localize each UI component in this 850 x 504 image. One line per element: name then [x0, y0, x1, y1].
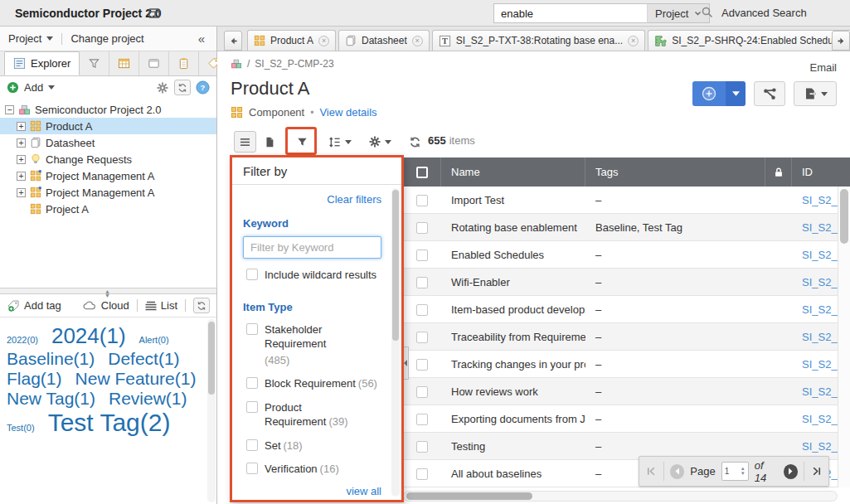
panel-splitter[interactable]: ▲▼: [0, 288, 216, 294]
column-header-id[interactable]: ID: [792, 158, 838, 187]
row-checkbox[interactable]: [416, 414, 428, 425]
relationships-button[interactable]: [754, 81, 785, 106]
row-checkbox[interactable]: [416, 468, 428, 480]
tag-cloud-item[interactable]: Flag(1): [7, 369, 62, 389]
table-row[interactable]: Wifi-Enabler–SI_S2_: [403, 269, 838, 296]
row-id-link[interactable]: SI_S2_: [802, 221, 838, 234]
row-checkbox[interactable]: [416, 195, 428, 206]
tab-filters[interactable]: [80, 51, 109, 75]
tab-si-s2-p-shrq-24-enabled-schedu[interactable]: SI_S2_P-SHRQ-24:Enabled Schedule...×: [648, 30, 850, 51]
tree-item[interactable]: +Datasheet: [0, 134, 216, 151]
table-row[interactable]: Enabled Schedules–SI_S2_: [403, 241, 838, 269]
filter-option[interactable]: Verification(16): [246, 462, 381, 477]
add-button[interactable]: Add: [7, 81, 55, 94]
row-checkbox[interactable]: [416, 250, 428, 261]
add-item-caret[interactable]: [726, 81, 746, 106]
table-row[interactable]: Import Test–SI_S2_: [403, 187, 838, 214]
tag-cloud-item[interactable]: Test Tag(2): [48, 409, 171, 438]
breadcrumb-item-id[interactable]: SI_S2_P-CMP-23: [255, 58, 333, 70]
checkbox[interactable]: [246, 323, 258, 335]
tab-product-a[interactable]: Product A×: [247, 30, 336, 51]
row-checkbox[interactable]: [416, 441, 428, 453]
table-row[interactable]: Rotating base enablementBaseline, Test T…: [403, 214, 838, 241]
view-details-link[interactable]: View details: [319, 106, 376, 119]
checkbox[interactable]: [246, 439, 258, 451]
filter-option[interactable]: Product Requirement(39): [246, 400, 381, 429]
export-button[interactable]: [794, 81, 837, 106]
row-id-link[interactable]: SI_S2_: [802, 303, 838, 316]
search-icon[interactable]: [701, 6, 714, 19]
close-icon[interactable]: ×: [318, 36, 329, 46]
tree-item[interactable]: +Project Management A: [0, 184, 216, 201]
refresh-list-button[interactable]: [405, 131, 425, 153]
view-all-link[interactable]: view all: [243, 485, 381, 497]
spinner-arrows-icon[interactable]: ▲▼: [741, 467, 746, 476]
tree-toggle-icon[interactable]: +: [17, 155, 26, 164]
scroll-tabs-right-button[interactable]: [832, 31, 850, 51]
row-id-link[interactable]: SI_S2_: [802, 413, 838, 425]
tag-cloud-item[interactable]: 2024(1): [51, 324, 126, 349]
column-header-lock[interactable]: [765, 158, 792, 187]
row-id-link[interactable]: SI_S2_: [802, 276, 838, 288]
checkbox[interactable]: [246, 401, 258, 413]
column-header-name[interactable]: Name: [441, 158, 585, 187]
settings-button[interactable]: [363, 131, 396, 153]
tag-cloud-item[interactable]: 2022(0): [7, 335, 38, 346]
tag-cloud-item[interactable]: Alert(0): [139, 335, 169, 346]
list-view-toggle[interactable]: [234, 131, 256, 153]
scrollbar-thumb[interactable]: [840, 189, 848, 244]
row-checkbox[interactable]: [416, 277, 428, 288]
filter-option[interactable]: Stakeholder Requirement(485): [246, 322, 381, 368]
tag-cloud-item[interactable]: Review(1): [109, 389, 187, 409]
tree-item[interactable]: +Change Requests: [0, 151, 216, 167]
tree-toggle-icon[interactable]: +: [17, 188, 26, 197]
row-checkbox[interactable]: [416, 304, 428, 316]
row-checkbox[interactable]: [416, 222, 428, 234]
help-icon[interactable]: ?: [196, 80, 210, 94]
row-id-link[interactable]: SI_S2_: [802, 440, 838, 453]
filter-option[interactable]: Set(18): [246, 439, 381, 453]
tree-toggle-icon[interactable]: +: [17, 122, 26, 131]
tag-cloud-item[interactable]: Baseline(1): [7, 349, 95, 369]
tag-cloud-item[interactable]: New Tag(1): [7, 389, 95, 409]
filter-scrollbar[interactable]: [391, 188, 400, 497]
tree-toggle-icon[interactable]: +: [17, 172, 26, 181]
add-tag-button[interactable]: Add tag: [7, 299, 61, 313]
scrollbar-thumb[interactable]: [208, 322, 215, 395]
clear-filters-link[interactable]: Clear filters: [243, 193, 381, 206]
row-id-link[interactable]: SI_S2_: [802, 249, 838, 261]
row-id-link[interactable]: SI_S2_: [802, 385, 838, 398]
tab-explorer[interactable]: Explorer: [4, 51, 80, 75]
search-input[interactable]: [493, 3, 648, 23]
row-id-link[interactable]: SI_S2_: [802, 194, 838, 206]
checkbox[interactable]: [246, 377, 258, 389]
collapse-sidebar-button[interactable]: «: [198, 32, 208, 46]
table-row[interactable]: Exporting documents from Ja...–SI_S2_: [403, 405, 838, 433]
close-icon[interactable]: ×: [412, 36, 423, 46]
tree-toggle-icon[interactable]: +: [17, 138, 26, 148]
first-page-button[interactable]: [645, 465, 658, 477]
sort-button[interactable]: [323, 131, 357, 153]
previous-page-button[interactable]: [670, 464, 684, 479]
page-number-value[interactable]: 1: [725, 467, 741, 476]
wildcard-checkbox-row[interactable]: Include wildcard results: [246, 268, 381, 283]
tab-si-s2-p-txt-38-rotating-base-e[interactable]: TSI_S2_P-TXT-38:Rotating base ena...×: [432, 30, 645, 51]
cloud-view-button[interactable]: Cloud: [82, 299, 129, 312]
scrollbar-thumb[interactable]: [392, 190, 399, 341]
filter-option[interactable]: Block Requirement(56): [246, 376, 381, 391]
grid-vertical-scrollbar[interactable]: [838, 187, 850, 487]
table-row[interactable]: How reviews work–SI_S2_: [403, 378, 838, 405]
gear-icon[interactable]: [156, 81, 169, 94]
row-checkbox[interactable]: [416, 332, 428, 343]
tag-cloud-item[interactable]: New Feature(1): [75, 369, 197, 389]
tab-clipboard[interactable]: [169, 51, 199, 75]
change-project-link[interactable]: Change project: [70, 32, 143, 45]
email-link[interactable]: Email: [809, 61, 837, 74]
scrollbar-thumb[interactable]: [406, 492, 532, 500]
tab-window[interactable]: [139, 51, 169, 75]
table-row[interactable]: Item-based product developm...–SI_S2_: [403, 296, 838, 323]
column-header-tags[interactable]: Tags: [585, 158, 765, 187]
table-row[interactable]: Traceability from Requiremen...–SI_S2_: [403, 323, 838, 351]
tab-views[interactable]: [109, 51, 139, 75]
tab-datasheet[interactable]: Datasheet×: [338, 30, 430, 51]
